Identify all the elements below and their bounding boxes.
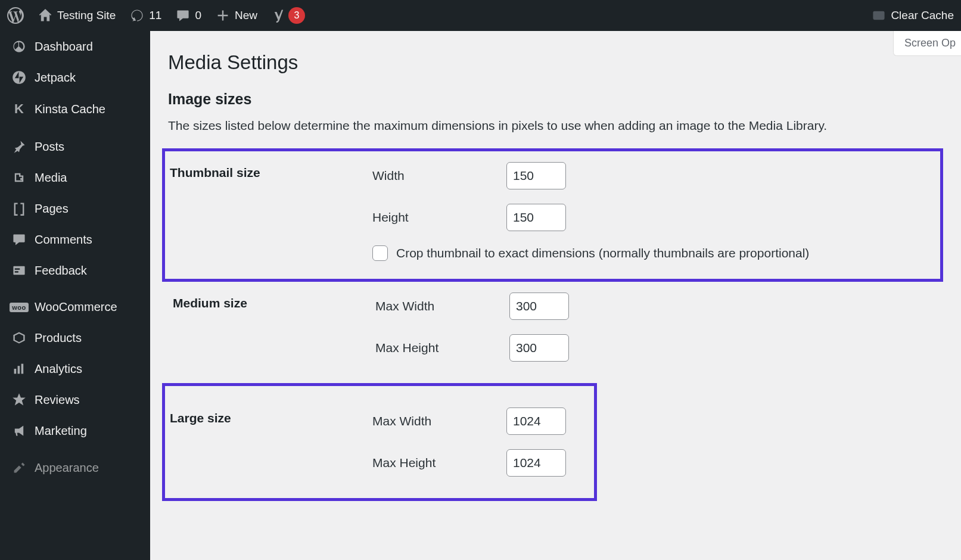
analytics-icon	[11, 362, 27, 376]
sidebar-item-label: Dashboard	[35, 40, 93, 54]
sidebar-item-label: Jetpack	[35, 71, 76, 85]
woo-icon: woo	[11, 303, 27, 312]
dashboard-icon	[11, 39, 27, 54]
new-content-link[interactable]: New	[209, 0, 265, 31]
media-icon	[11, 170, 27, 185]
sidebar-item-products[interactable]: Products	[0, 322, 150, 353]
sidebar-item-dashboard[interactable]: Dashboard	[0, 31, 150, 62]
clear-cache-button[interactable]: Clear Cache	[864, 8, 961, 23]
medium-max-height-label: Max Height	[375, 341, 509, 355]
products-icon	[11, 331, 27, 345]
section-title: Image sizes	[168, 91, 943, 108]
comment-icon	[176, 8, 190, 23]
large-size-group: Large size Max Width Max Height	[162, 383, 597, 501]
wp-logo[interactable]	[0, 0, 31, 31]
jetpack-icon	[11, 70, 27, 85]
sidebar-item-analytics[interactable]: Analytics	[0, 353, 150, 384]
yoast-badge: 3	[288, 7, 305, 24]
thumbnail-width-input[interactable]	[506, 162, 566, 189]
updates-count: 11	[149, 9, 161, 22]
sidebar-item-jetpack[interactable]: Jetpack	[0, 62, 150, 93]
pin-icon	[11, 139, 27, 154]
medium-max-width-input[interactable]	[509, 293, 569, 320]
medium-size-group: Medium size Max Width Max Height	[168, 282, 943, 372]
svg-point-1	[13, 71, 26, 84]
sidebar-item-marketing[interactable]: Marketing	[0, 415, 150, 446]
comments-count: 0	[195, 9, 201, 22]
thumbnail-height-input[interactable]	[506, 204, 566, 231]
medium-max-height-input[interactable]	[509, 334, 569, 362]
sidebar-item-posts[interactable]: Posts	[0, 131, 150, 162]
sidebar-separator	[0, 446, 150, 452]
main-content: Screen Op Media Settings Image sizes The…	[150, 31, 961, 560]
large-max-height-label: Max Height	[372, 456, 506, 470]
sidebar-item-label: Pages	[35, 202, 69, 216]
admin-sidebar: Dashboard Jetpack K Kinsta Cache Posts M…	[0, 31, 150, 560]
updates-icon	[130, 8, 144, 23]
site-name: Testing Site	[57, 9, 116, 22]
sidebar-item-label: Comments	[35, 233, 92, 247]
yoast-icon	[272, 8, 286, 23]
sidebar-item-pages[interactable]: Pages	[0, 193, 150, 224]
sidebar-item-comments[interactable]: Comments	[0, 224, 150, 255]
page-title: Media Settings	[168, 51, 943, 74]
large-max-width-label: Max Width	[372, 414, 506, 428]
screen-options-button[interactable]: Screen Op	[893, 31, 961, 56]
svg-rect-6	[18, 366, 20, 374]
star-icon	[11, 393, 27, 407]
large-max-height-input[interactable]	[506, 449, 566, 477]
plus-icon	[216, 8, 230, 23]
thumbnail-width-label: Width	[372, 169, 506, 183]
admin-bar: Testing Site 11 0 New 3 Clear Cache	[0, 0, 961, 31]
sidebar-separator	[0, 125, 150, 131]
thumbnail-size-group: Thumbnail size Width Height Crop thumbna…	[162, 148, 943, 282]
comments-link[interactable]: 0	[169, 0, 209, 31]
sidebar-item-woocommerce[interactable]: woo WooCommerce	[0, 292, 150, 322]
yoast-link[interactable]: 3	[265, 0, 312, 31]
svg-rect-3	[15, 268, 20, 269]
sidebar-item-label: Media	[35, 171, 67, 185]
medium-max-width-label: Max Width	[375, 299, 509, 313]
new-label: New	[235, 9, 257, 22]
pages-icon	[11, 201, 27, 216]
thumbnail-size-label: Thumbnail size	[170, 162, 372, 180]
sidebar-item-kinsta[interactable]: K Kinsta Cache	[0, 93, 150, 125]
sidebar-item-label: Appearance	[35, 461, 99, 475]
sidebar-separator	[0, 286, 150, 292]
sidebar-item-reviews[interactable]: Reviews	[0, 384, 150, 415]
thumbnail-crop-label: Crop thumbnail to exact dimensions (norm…	[396, 246, 809, 260]
sidebar-item-label: Reviews	[35, 393, 80, 407]
home-icon	[38, 8, 52, 23]
sidebar-item-label: Posts	[35, 140, 64, 154]
wordpress-icon	[7, 7, 24, 24]
svg-rect-7	[21, 364, 24, 374]
sidebar-item-label: WooCommerce	[35, 300, 117, 314]
sidebar-item-appearance[interactable]: Appearance	[0, 452, 150, 483]
thumbnail-crop-checkbox[interactable]	[372, 245, 388, 261]
svg-rect-0	[873, 11, 885, 20]
svg-rect-5	[14, 369, 17, 374]
marketing-icon	[11, 424, 27, 438]
sidebar-item-label: Marketing	[35, 424, 87, 438]
kinsta-icon: K	[11, 101, 27, 117]
feedback-icon	[11, 263, 27, 278]
site-link[interactable]: Testing Site	[31, 0, 123, 31]
section-description: The sizes listed below determine the max…	[168, 119, 943, 133]
sidebar-item-label: Analytics	[35, 362, 82, 376]
large-size-label: Large size	[170, 407, 372, 425]
appearance-icon	[11, 461, 27, 475]
sidebar-item-feedback[interactable]: Feedback	[0, 255, 150, 286]
sidebar-item-label: Kinsta Cache	[35, 102, 105, 116]
sidebar-item-label: Feedback	[35, 264, 87, 278]
large-max-width-input[interactable]	[506, 407, 566, 435]
cache-icon	[872, 8, 886, 23]
medium-size-label: Medium size	[173, 293, 375, 310]
updates-link[interactable]: 11	[123, 0, 169, 31]
svg-rect-4	[15, 271, 18, 272]
clear-cache-label: Clear Cache	[891, 9, 954, 22]
sidebar-item-label: Products	[35, 331, 82, 345]
svg-rect-2	[13, 266, 24, 275]
sidebar-item-media[interactable]: Media	[0, 162, 150, 193]
thumbnail-height-label: Height	[372, 210, 506, 225]
comments-icon	[11, 232, 27, 247]
